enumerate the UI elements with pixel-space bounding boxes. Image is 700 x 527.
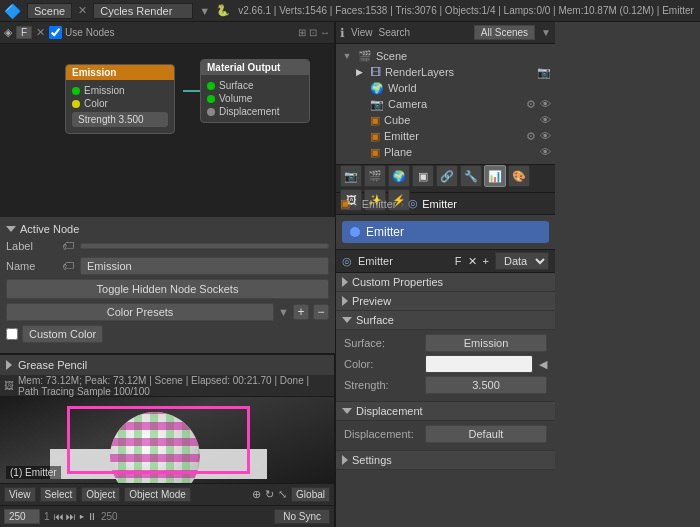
material-output-node[interactable]: Material Output Surface Volume Displa: [200, 59, 310, 123]
label-icon: 🏷: [62, 239, 74, 253]
node-editor-header: ◈ F ✕ Use Nodes ⊞ ⊡ ↔: [0, 22, 334, 44]
sub-plus-icon[interactable]: +: [483, 255, 489, 267]
strength-value[interactable]: 3.500: [425, 376, 547, 394]
color-presets-add-icon[interactable]: +: [293, 304, 309, 320]
breadcrumb-emitter2[interactable]: Emitter: [422, 198, 457, 210]
use-nodes-label[interactable]: Use Nodes: [49, 26, 114, 39]
settings-section-header[interactable]: Settings: [336, 451, 555, 470]
world-icon: 🌍: [370, 82, 384, 95]
tree-item-scene[interactable]: ▼ 🎬 Scene: [340, 48, 551, 64]
object-mode-btn[interactable]: Object Mode: [124, 487, 191, 502]
emitter-indicator-dot: [350, 227, 360, 237]
camera-name: Camera: [388, 98, 427, 110]
python-icon: 🐍: [216, 4, 230, 17]
move-icon[interactable]: ⊕: [252, 488, 261, 501]
camera-icon: 📷: [370, 98, 384, 111]
constraint-props-btn[interactable]: 🔗: [436, 165, 458, 187]
emission-label: Emission: [84, 85, 125, 96]
breadcrumb-emitter1[interactable]: Emitter: [362, 198, 397, 210]
select-btn[interactable]: Select: [40, 487, 78, 502]
use-nodes-checkbox[interactable]: [49, 26, 62, 39]
toggle-hidden-sockets-btn[interactable]: Toggle Hidden Node Sockets: [6, 279, 329, 299]
renderlayer-expand-icon: ▶: [352, 65, 366, 79]
data-props-btn[interactable]: 📊: [484, 165, 506, 187]
surface-value[interactable]: Emission: [425, 334, 547, 352]
render-image: (1) Emitter: [0, 397, 334, 483]
viewport-toolbar: View Select Object Object Mode ⊕ ↻ ⤡ Glo…: [0, 483, 334, 505]
tree-item-renderlayers[interactable]: ▶ 🎞 RenderLayers 📷: [352, 64, 551, 80]
strength-field[interactable]: Strength 3.500: [72, 112, 168, 127]
left-panel: ◈ F ✕ Use Nodes ⊞ ⊡ ↔ Emission Emission: [0, 22, 335, 527]
tree-item-world[interactable]: 🌍 World: [352, 80, 551, 96]
name-row: Name 🏷 Emission: [6, 257, 329, 275]
plane-icon: ▣: [370, 146, 380, 159]
scene-name: Scene: [376, 50, 407, 62]
displacement-field-label: Displacement:: [344, 428, 419, 440]
scale-icon[interactable]: ⤡: [278, 488, 287, 501]
data-dropdown[interactable]: Data: [495, 252, 549, 270]
settings-expand-icon: [342, 455, 348, 465]
custom-properties-section[interactable]: Custom Properties: [336, 273, 555, 292]
object-props-btn[interactable]: ▣: [412, 165, 434, 187]
scene-selector[interactable]: Scene: [27, 3, 72, 19]
strength-field-label: Strength:: [344, 379, 419, 391]
name-input[interactable]: Emission: [80, 257, 329, 275]
object-btn[interactable]: Object: [81, 487, 120, 502]
grease-pencil-label: Grease Pencil: [18, 359, 87, 371]
tree-item-camera[interactable]: 📷 Camera ⚙ 👁: [352, 96, 551, 112]
engine-selector[interactable]: Cycles Render: [93, 3, 193, 19]
material-props-btn[interactable]: 🎨: [508, 165, 530, 187]
emission-node[interactable]: Emission Emission Color Strength 3.500: [65, 64, 175, 134]
color-expand-icon[interactable]: ◀: [539, 358, 547, 371]
breadcrumb-sep1: ›: [354, 198, 358, 210]
surface-section-header[interactable]: Surface: [336, 311, 555, 330]
global-btn[interactable]: Global: [291, 487, 330, 502]
node-canvas[interactable]: Emission Emission Color Strength 3.500: [0, 44, 334, 217]
frame-current-input[interactable]: 250: [4, 509, 40, 524]
displacement-section-header[interactable]: Displacement: [336, 402, 555, 421]
renderlayer-icon: 🎞: [370, 66, 381, 78]
tree-item-emitter[interactable]: ▣ Emitter ⚙ 👁: [352, 128, 551, 144]
scene-props-btn[interactable]: 🎬: [364, 165, 386, 187]
grease-pencil-expand-icon: [6, 360, 12, 370]
custom-color-btn[interactable]: Custom Color: [22, 325, 103, 343]
emitter-name-box[interactable]: Emitter: [342, 221, 549, 243]
color-presets-btn[interactable]: Color Presets: [6, 303, 274, 321]
name-icon: 🏷: [62, 259, 74, 273]
right-panel: ℹ View Search All Scenes ▼ ▼ 🎬 Scene ▶ 🎞…: [335, 22, 555, 527]
renderlayer-cam-icon: 📷: [537, 66, 551, 79]
tree-item-plane[interactable]: ▣ Plane 👁: [352, 144, 551, 160]
frame-start-label: 1: [44, 511, 50, 522]
emission-output: Emission: [72, 84, 168, 97]
nosync-btn[interactable]: No Sync: [274, 509, 330, 524]
render-status-text: Mem: 73.12M; Peak: 73.12M | Scene | Elap…: [18, 375, 330, 397]
render-canvas: (1) Emitter: [0, 397, 334, 483]
tree-item-cube[interactable]: ▣ Cube 👁: [352, 112, 551, 128]
material-output-body: Surface Volume Displacement: [201, 75, 309, 122]
f-key-btn[interactable]: F: [16, 26, 32, 39]
displacement-value[interactable]: Default: [425, 425, 547, 443]
render-props-btn[interactable]: 📷: [340, 165, 362, 187]
info-bar: v2.66.1 | Verts:1546 | Faces:1538 | Tris…: [236, 5, 696, 16]
view-label[interactable]: View: [351, 27, 373, 38]
modifier-props-btn[interactable]: 🔧: [460, 165, 482, 187]
custom-color-checkbox[interactable]: [6, 328, 18, 340]
grease-pencil-row: Grease Pencil: [0, 354, 334, 375]
color-presets-remove-icon[interactable]: −: [313, 304, 329, 320]
close-node-icon[interactable]: ✕: [36, 26, 45, 39]
cube-expand-icon: [352, 113, 366, 127]
search-label[interactable]: Search: [379, 27, 411, 38]
color-swatch[interactable]: [425, 355, 533, 373]
timeline-play-icons[interactable]: ⏮ ⏭ ▶ ⏸: [54, 511, 97, 522]
sub-close-icon[interactable]: ✕: [468, 255, 477, 268]
label-input[interactable]: [80, 243, 329, 249]
sub-emitter-icon: ◎: [342, 255, 352, 268]
cube-name: Cube: [384, 114, 410, 126]
preview-section[interactable]: Preview: [336, 292, 555, 311]
all-scenes-dropdown[interactable]: All Scenes: [474, 25, 535, 40]
rotate-icon[interactable]: ↻: [265, 488, 274, 501]
world-props-btn[interactable]: 🌍: [388, 165, 410, 187]
custom-color-row: Custom Color: [6, 325, 329, 343]
custom-properties-label: Custom Properties: [352, 276, 443, 288]
view-btn[interactable]: View: [4, 487, 36, 502]
